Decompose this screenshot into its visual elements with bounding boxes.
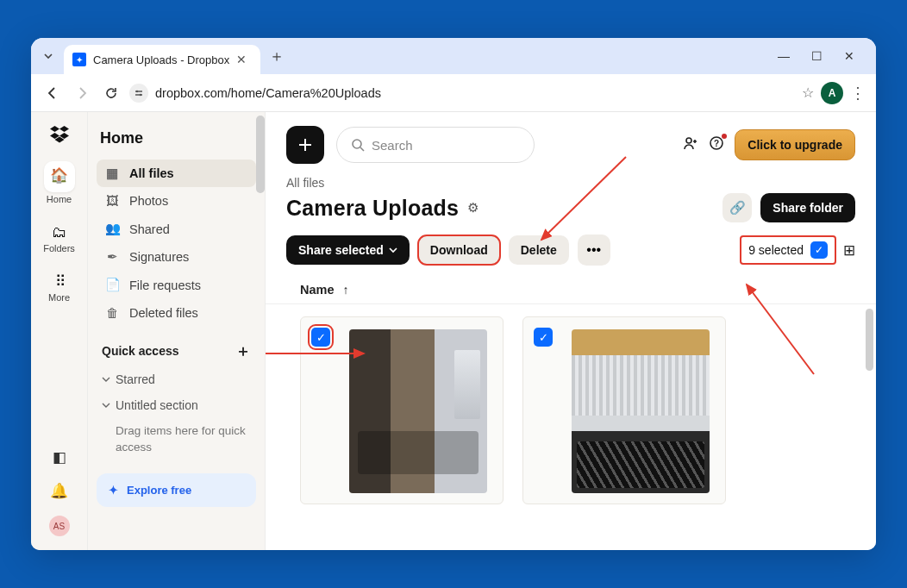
sidebar-scrollbar[interactable] bbox=[256, 116, 265, 193]
browser-window: ✦ Camera Uploads - Dropbox ✕ ＋ — ☐ ✕ dro… bbox=[31, 38, 876, 550]
trash-icon: 🗑 bbox=[105, 306, 119, 320]
sidebar-item-label: Photos bbox=[129, 194, 168, 208]
bookmark-star-icon[interactable]: ☆ bbox=[802, 84, 814, 101]
app: 🏠 Home 🗂 Folders ⠿ More ◧ 🔔 AS Home ▦All… bbox=[31, 112, 876, 550]
sidebar-item-photos[interactable]: 🖼Photos bbox=[97, 187, 256, 215]
thumbnail bbox=[572, 329, 710, 493]
thumbnail bbox=[349, 329, 487, 493]
svg-text:?: ? bbox=[714, 138, 719, 147]
browser-tab[interactable]: ✦ Camera Uploads - Dropbox ✕ bbox=[64, 45, 260, 74]
rail-label: Home bbox=[47, 194, 72, 204]
file-grid: ✓ ✓ bbox=[266, 304, 876, 516]
svg-point-1 bbox=[140, 93, 141, 95]
back-button[interactable] bbox=[41, 82, 64, 104]
notifications-icon[interactable]: 🔔 bbox=[50, 482, 68, 500]
chevron-down-icon bbox=[389, 246, 397, 254]
reload-button[interactable] bbox=[100, 82, 122, 104]
sidebar: Home ▦All files 🖼Photos 👥Shared ✒︎Signat… bbox=[88, 112, 266, 550]
more-actions-button[interactable]: ••• bbox=[578, 235, 610, 266]
home-icon: 🏠 bbox=[50, 168, 68, 183]
upgrade-button[interactable]: Click to upgrade bbox=[735, 129, 855, 160]
signatures-icon: ✒︎ bbox=[105, 250, 119, 264]
sidebar-item-label: File requests bbox=[129, 278, 201, 292]
sidebar-sub-label: Starred bbox=[116, 372, 155, 386]
close-tab-icon[interactable]: ✕ bbox=[236, 53, 247, 66]
photos-icon: 🖼 bbox=[105, 194, 119, 208]
rail-item-more[interactable]: ⠿ More bbox=[42, 267, 77, 310]
sort-asc-icon: ↑ bbox=[343, 283, 349, 297]
tab-list-dropdown[interactable] bbox=[38, 46, 59, 66]
sidebar-item-label: Shared bbox=[129, 222, 170, 236]
rail-item-folders[interactable]: 🗂 Folders bbox=[42, 218, 77, 260]
main-header: Search ? Click to upgrade bbox=[266, 112, 876, 176]
dropbox-favicon: ✦ bbox=[72, 53, 86, 66]
selection-toolbar: Share selected Download Delete ••• 9 sel… bbox=[266, 222, 876, 266]
folder-settings-icon[interactable]: ⚙ bbox=[467, 200, 479, 216]
sidebar-untitled-section[interactable]: Untitled section bbox=[97, 392, 256, 418]
sidebar-item-deleted-files[interactable]: 🗑Deleted files bbox=[97, 299, 256, 327]
help-icon[interactable]: ? bbox=[709, 135, 724, 155]
selected-count: 9 selected bbox=[748, 243, 804, 257]
content-scrollbar[interactable] bbox=[866, 309, 873, 371]
sparkle-icon: ✦ bbox=[109, 484, 118, 497]
create-button[interactable] bbox=[286, 126, 324, 164]
window-controls: — ☐ ✕ bbox=[771, 44, 873, 68]
forward-button[interactable] bbox=[71, 82, 93, 104]
col-name-label: Name bbox=[300, 283, 335, 297]
browser-profile-avatar[interactable]: A bbox=[821, 82, 843, 104]
alert-dot bbox=[722, 134, 727, 139]
file-card[interactable]: ✓ bbox=[522, 316, 726, 504]
site-settings-icon[interactable] bbox=[129, 84, 148, 103]
select-all-checkbox[interactable]: ✓ bbox=[810, 241, 828, 259]
sidebar-item-signatures[interactable]: ✒︎Signatures bbox=[97, 243, 256, 271]
dropbox-logo-icon[interactable] bbox=[50, 126, 69, 147]
minimize-icon[interactable]: — bbox=[771, 44, 797, 68]
folder-title: Camera Uploads bbox=[286, 196, 459, 221]
item-checkbox[interactable]: ✓ bbox=[311, 328, 330, 347]
share-folder-button[interactable]: Share folder bbox=[760, 193, 855, 222]
selection-indicator[interactable]: 9 selected ✓ bbox=[741, 237, 835, 263]
sidebar-starred[interactable]: Starred bbox=[97, 366, 256, 392]
nav-rail: 🏠 Home 🗂 Folders ⠿ More ◧ 🔔 AS bbox=[31, 112, 88, 550]
plus-icon bbox=[297, 137, 313, 153]
url-text[interactable]: dropbox.com/home/Camera%20Uploads bbox=[155, 86, 795, 100]
share-selected-button[interactable]: Share selected bbox=[286, 235, 410, 265]
file-card[interactable]: ✓ bbox=[300, 316, 504, 504]
tab-title: Camera Uploads - Dropbox bbox=[93, 53, 229, 66]
search-input[interactable]: Search bbox=[336, 127, 535, 163]
sidebar-sub-label: Untitled section bbox=[116, 398, 198, 412]
share-selected-label: Share selected bbox=[298, 243, 384, 257]
panel-toggle-icon[interactable]: ◧ bbox=[53, 448, 66, 466]
explore-label: Explore free bbox=[127, 484, 191, 497]
account-avatar[interactable]: AS bbox=[49, 516, 70, 536]
rail-item-home[interactable]: 🏠 Home bbox=[42, 154, 77, 211]
svg-marker-2 bbox=[50, 126, 59, 132]
sidebar-item-shared[interactable]: 👥Shared bbox=[97, 215, 256, 243]
view-toggle-icon[interactable]: ⊞ bbox=[843, 241, 855, 260]
close-window-icon[interactable]: ✕ bbox=[836, 44, 862, 68]
copy-link-icon[interactable]: 🔗 bbox=[722, 193, 752, 222]
address-bar: dropbox.com/home/Camera%20Uploads ☆ A ⋮ bbox=[31, 74, 876, 112]
sidebar-item-all-files[interactable]: ▦All files bbox=[97, 160, 256, 187]
add-quick-access-icon[interactable]: ＋ bbox=[235, 341, 251, 361]
search-placeholder: Search bbox=[372, 138, 413, 153]
rail-label: More bbox=[48, 292, 70, 303]
sidebar-item-file-requests[interactable]: 📄File requests bbox=[97, 271, 256, 299]
sidebar-item-label: Signatures bbox=[129, 250, 189, 264]
new-tab-button[interactable]: ＋ bbox=[266, 45, 288, 67]
browser-menu-icon[interactable]: ⋮ bbox=[850, 84, 866, 103]
all-files-icon: ▦ bbox=[105, 166, 119, 180]
item-checkbox[interactable]: ✓ bbox=[534, 328, 553, 347]
column-header[interactable]: Name ↑ bbox=[266, 266, 876, 304]
delete-button[interactable]: Delete bbox=[509, 235, 569, 265]
explore-free-banner[interactable]: ✦ Explore free bbox=[97, 473, 256, 507]
sidebar-item-label: Deleted files bbox=[129, 306, 198, 320]
maximize-icon[interactable]: ☐ bbox=[804, 44, 829, 68]
file-requests-icon: 📄 bbox=[105, 278, 119, 292]
invite-icon[interactable] bbox=[683, 135, 698, 155]
svg-point-8 bbox=[686, 138, 691, 143]
download-button[interactable]: Download bbox=[418, 235, 500, 265]
breadcrumb-all-files[interactable]: All files bbox=[286, 176, 855, 190]
more-apps-icon: ⠿ bbox=[42, 274, 77, 289]
chevron-down-icon bbox=[102, 401, 110, 410]
